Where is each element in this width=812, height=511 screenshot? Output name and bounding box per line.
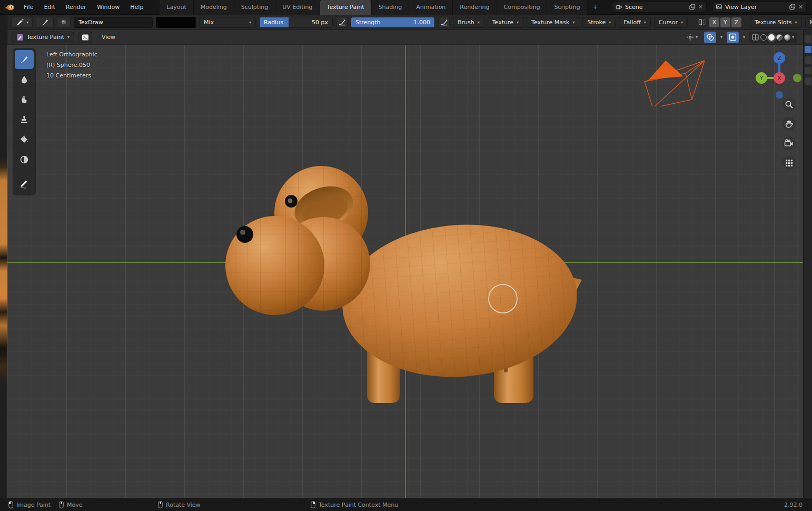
radius-pressure-toggle[interactable]	[336, 17, 348, 28]
image-icon	[82, 34, 89, 41]
shading-wireframe-button[interactable]	[760, 34, 767, 41]
properties-tab[interactable]	[805, 67, 811, 74]
view-menu[interactable]: View	[96, 32, 121, 43]
menu-edit[interactable]: Edit	[39, 2, 60, 12]
stroke-popover[interactable]: Stroke ▾	[582, 17, 616, 28]
image-datablock-button[interactable]	[78, 32, 92, 43]
topbar: File Edit Render Window Help Layout Mode…	[0, 0, 812, 15]
mode-dropdown[interactable]: Texture Paint ▾	[12, 32, 74, 43]
tool-settings-bar: ▾ TexDraw Mix ▾ Radius 50 px	[7, 15, 812, 30]
mirror-y-toggle[interactable]: Y	[720, 17, 730, 27]
model-nose[interactable]	[236, 226, 253, 243]
browse-scene-icon[interactable]	[689, 4, 696, 11]
tab-rendering[interactable]: Rendering	[453, 0, 497, 15]
menu-help[interactable]: Help	[125, 2, 148, 12]
chevron-down-icon: ▾	[609, 20, 611, 25]
add-workspace-button[interactable]: +	[587, 2, 602, 13]
shading-material-button[interactable]	[776, 34, 783, 41]
properties-editor-sliver[interactable]	[803, 30, 812, 498]
brush-popover[interactable]: Brush ▾	[453, 17, 484, 28]
tab-modeling[interactable]: Modeling	[194, 0, 234, 15]
brush-preview-button[interactable]	[36, 17, 54, 28]
shading-dropdown[interactable]: ▾	[792, 35, 794, 40]
strength-pressure-toggle[interactable]	[438, 17, 450, 28]
view-layer-selector[interactable]: View Layer ✕	[712, 2, 807, 13]
tab-shading[interactable]: Shading	[372, 0, 410, 15]
mask-popover[interactable]: Mask	[805, 17, 812, 28]
xray-toggle[interactable]	[727, 32, 739, 43]
texture-popover-label: Texture	[492, 19, 513, 26]
mirror-icon	[698, 18, 707, 26]
gizmo-z-label: Z	[778, 55, 781, 61]
blender-logo-icon[interactable]	[3, 2, 17, 13]
brush-name-field[interactable]: TexDraw	[74, 17, 153, 28]
xray-dropdown[interactable]: ▾	[743, 35, 745, 40]
gizmo-y-label: Y	[759, 75, 764, 81]
strength-slider[interactable]: Strength 1.000	[351, 17, 435, 28]
brush-color-swatch[interactable]	[156, 17, 196, 28]
texture-mask-popover[interactable]: Texture Mask ▾	[527, 17, 579, 28]
chevron-down-icon: ▾	[249, 20, 251, 25]
scene-selector[interactable]: Scene ✕	[612, 2, 707, 13]
shading-solid-button[interactable]	[768, 34, 775, 41]
properties-tab[interactable]	[805, 35, 811, 43]
properties-tab[interactable]	[805, 56, 811, 64]
tab-sculpting[interactable]: Sculpting	[234, 0, 275, 15]
mirror-x-toggle[interactable]: X	[709, 17, 719, 27]
radius-label: Radius	[264, 19, 283, 26]
tab-animation[interactable]: Animation	[409, 0, 453, 15]
navigation-gizmo[interactable]: Z Y X	[754, 47, 803, 100]
toggle-xray-icon[interactable]	[752, 34, 759, 41]
camera-view-button[interactable]	[782, 136, 796, 150]
active-tool-dropdown[interactable]: ▾	[12, 17, 33, 28]
3d-viewport[interactable]: Left Orthographic (R) Sphere.050 10 Cent…	[7, 45, 803, 498]
remove-view-layer-icon[interactable]: ✕	[798, 4, 803, 11]
texture-slots-popover[interactable]: Texture Slots ▾	[750, 17, 802, 28]
image-editor-sliver[interactable]	[0, 15, 7, 498]
hand-icon	[785, 120, 794, 129]
unlink-scene-icon[interactable]: ✕	[698, 4, 703, 11]
perspective-toggle-button[interactable]	[782, 156, 796, 170]
animal-model[interactable]	[7, 45, 803, 498]
tab-texture-paint[interactable]: Texture Paint	[320, 0, 372, 15]
browse-view-layer-icon[interactable]	[789, 4, 796, 11]
menu-window[interactable]: Window	[92, 2, 124, 12]
blend-mode-value: Mix	[204, 19, 246, 26]
falloff-popover[interactable]: Falloff ▾	[619, 17, 651, 28]
tab-uv-editing[interactable]: UV Editing	[275, 0, 320, 15]
viewport-header: Texture Paint ▾ View ▾	[7, 30, 803, 45]
pressure-icon	[441, 19, 448, 26]
chevron-down-icon: ▾	[681, 20, 683, 25]
texture-slots-label: Texture Slots	[755, 19, 792, 26]
menu-render[interactable]: Render	[61, 2, 91, 12]
tab-layout[interactable]: Layout	[160, 0, 193, 15]
tab-scripting[interactable]: Scripting	[547, 0, 587, 15]
view-layer-name: View Layer	[725, 4, 786, 11]
status-move: Move	[59, 501, 83, 508]
overlays-dropdown[interactable]: ▾	[720, 35, 722, 40]
tab-compositing[interactable]: Compositing	[497, 0, 548, 15]
properties-tab-active[interactable]	[805, 46, 811, 53]
mask-popover-label: Mask	[810, 19, 812, 26]
brush-icon	[41, 18, 49, 26]
overlays-icon	[706, 33, 714, 41]
show-gizmos-dropdown[interactable]: ▾	[684, 32, 700, 43]
properties-tab[interactable]	[805, 77, 811, 85]
pan-button[interactable]	[782, 117, 796, 131]
blend-mode-dropdown[interactable]: Mix ▾	[199, 17, 256, 28]
texture-mask-popover-label: Texture Mask	[531, 19, 569, 26]
gizmo-y-negative[interactable]	[793, 74, 801, 82]
texture-popover[interactable]: Texture ▾	[488, 17, 523, 28]
radius-slider[interactable]: Radius 50 px	[259, 17, 333, 28]
shading-rendered-button[interactable]	[784, 34, 790, 41]
camera-object[interactable]	[637, 51, 708, 106]
show-overlays-toggle[interactable]	[704, 32, 716, 43]
zoom-button[interactable]	[782, 97, 796, 111]
model-eye[interactable]	[285, 195, 298, 208]
mode-label: Texture Paint	[27, 34, 64, 41]
cursor-popover[interactable]: Cursor ▾	[654, 17, 688, 28]
menu-file[interactable]: File	[19, 2, 38, 12]
brush-thumbnail-button[interactable]	[57, 17, 71, 28]
scene-name: Scene	[625, 4, 686, 11]
mirror-z-toggle[interactable]: Z	[731, 17, 741, 27]
